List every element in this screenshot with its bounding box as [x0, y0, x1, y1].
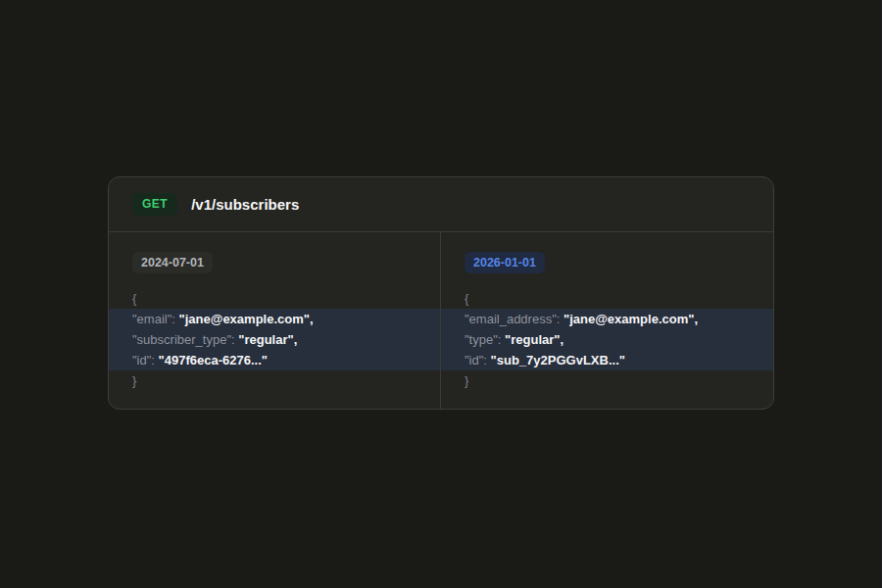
json-close-brace: }: [109, 370, 440, 391]
json-value: "regular": [238, 332, 293, 347]
json-value: "jane@example.com": [179, 312, 310, 326]
json-value: "regular": [505, 332, 560, 347]
json-snippet-old: { "email": "jane@example.com", "subscrib…: [109, 288, 440, 391]
json-separator: :: [483, 353, 490, 368]
json-value: "497f6eca-6276...": [159, 353, 268, 368]
json-field-row: "email": "jane@example.com",: [109, 309, 440, 329]
json-close-brace: }: [441, 370, 773, 391]
json-key: "subscriber_type": [132, 332, 231, 347]
json-separator: :: [557, 312, 564, 326]
json-field-row: "type": "regular",: [441, 329, 773, 350]
json-value: "jane@example.com": [564, 312, 694, 326]
endpoint-path: /v1/subscribers: [191, 196, 299, 213]
api-endpoint-card: GET /v1/subscribers 2024-07-01 { "email"…: [108, 176, 774, 410]
json-comma: ,: [294, 332, 298, 347]
changed-lines-highlight: "email_address": "jane@example.com", "ty…: [441, 309, 773, 370]
json-comma: ,: [560, 332, 564, 347]
json-value: "sub_7y2PGGvLXB...": [491, 353, 625, 368]
json-key: "id": [465, 353, 483, 368]
version-compare-body: 2024-07-01 { "email": "jane@example.com"…: [109, 232, 773, 409]
page-background: GET /v1/subscribers 2024-07-01 { "email"…: [0, 0, 882, 588]
json-key: "email": [132, 312, 172, 326]
json-field-row: "subscriber_type": "regular",: [109, 329, 440, 350]
json-field-row: "id": "497f6eca-6276...": [109, 350, 440, 370]
endpoint-header: GET /v1/subscribers: [109, 177, 773, 232]
json-key: "email_address": [465, 312, 557, 326]
json-separator: :: [172, 312, 178, 326]
http-method-badge: GET: [132, 193, 177, 215]
json-snippet-new: { "email_address": "jane@example.com", "…: [441, 288, 773, 391]
version-badge-old[interactable]: 2024-07-01: [132, 252, 213, 273]
version-badge-new[interactable]: 2026-01-01: [465, 252, 545, 273]
version-panel-old: 2024-07-01 { "email": "jane@example.com"…: [109, 232, 441, 409]
json-open-brace: {: [441, 288, 773, 309]
json-field-row: "id": "sub_7y2PGGvLXB...": [441, 350, 773, 370]
version-panel-new: 2026-01-01 { "email_address": "jane@exam…: [441, 232, 773, 409]
json-field-row: "email_address": "jane@example.com",: [441, 309, 773, 329]
json-separator: :: [151, 353, 158, 368]
json-key: "id": [132, 353, 151, 368]
json-key: "type": [465, 332, 498, 347]
json-comma: ,: [694, 312, 698, 326]
changed-lines-highlight: "email": "jane@example.com", "subscriber…: [109, 309, 440, 370]
json-comma: ,: [310, 312, 314, 326]
json-open-brace: {: [109, 288, 440, 309]
json-separator: :: [498, 332, 505, 347]
